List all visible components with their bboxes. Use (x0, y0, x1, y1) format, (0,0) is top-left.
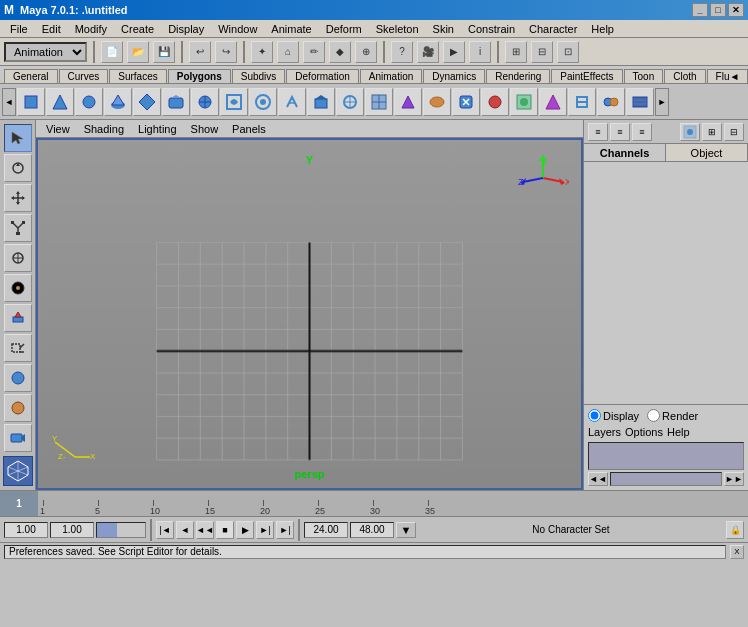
layers-menu-options[interactable]: Options (625, 426, 663, 438)
tb-grid1[interactable]: ⊞ (505, 41, 527, 63)
tb-grid3[interactable]: ⊡ (557, 41, 579, 63)
tb-undo[interactable]: ↩ (189, 41, 211, 63)
tb-save[interactable]: 💾 (153, 41, 175, 63)
rp-tool-2[interactable]: ≡ (610, 123, 630, 141)
pb-play-back[interactable]: ◄◄ (196, 521, 214, 539)
tb-paint[interactable]: ✏ (303, 41, 325, 63)
frame-dropdown[interactable]: ▼ (396, 522, 416, 538)
tool-select[interactable] (4, 124, 32, 152)
shelf-icon-7[interactable] (191, 88, 219, 116)
rp-tool-output[interactable]: ⊟ (724, 123, 744, 141)
rp-tool-3[interactable]: ≡ (632, 123, 652, 141)
tb-render2[interactable]: ▶ (443, 41, 465, 63)
vp-menu-panels[interactable]: Panels (226, 122, 272, 136)
tool-show-manip[interactable] (4, 304, 32, 332)
tb-keyframe[interactable]: ◆ (329, 41, 351, 63)
shelf-icon-10[interactable] (278, 88, 306, 116)
vp-menu-shading[interactable]: Shading (78, 122, 130, 136)
menu-help[interactable]: Help (585, 22, 620, 36)
tool-scale[interactable] (4, 214, 32, 242)
shelf-tab-surfaces[interactable]: Surfaces (109, 69, 166, 83)
menu-constrain[interactable]: Constrain (462, 22, 521, 36)
layers-list[interactable] (588, 442, 744, 470)
minimize-button[interactable]: _ (692, 3, 708, 17)
tool-grid-view[interactable] (4, 364, 32, 392)
vp-menu-lighting[interactable]: Lighting (132, 122, 183, 136)
layers-scroll-right[interactable]: ►► (724, 472, 744, 486)
timeline-ruler[interactable]: 1 15101520253035 (0, 491, 748, 516)
menu-window[interactable]: Window (212, 22, 263, 36)
start-frame-input[interactable] (4, 522, 48, 538)
tool-soft-select[interactable] (4, 274, 32, 302)
shelf-tab-toon[interactable]: Toon (624, 69, 664, 83)
shelf-icon-12[interactable] (336, 88, 364, 116)
shelf-tab-polygons[interactable]: Polygons (168, 69, 231, 83)
shelf-icon-13[interactable] (365, 88, 393, 116)
layers-menu-layers[interactable]: Layers (588, 426, 621, 438)
tab-channels[interactable]: Channels (584, 144, 666, 161)
shelf-icon-6[interactable] (162, 88, 190, 116)
shelf-tab-general[interactable]: General (4, 69, 58, 83)
close-button[interactable]: ✕ (728, 3, 744, 17)
tb-question[interactable]: ? (391, 41, 413, 63)
tool-camera[interactable] (4, 424, 32, 452)
vp-menu-show[interactable]: Show (185, 122, 225, 136)
current-frame-input[interactable] (50, 522, 94, 538)
shelf-tab-subdivs[interactable]: Subdivs (232, 69, 286, 83)
rp-tool-render[interactable] (680, 123, 700, 141)
shelf-icon-8[interactable] (220, 88, 248, 116)
viewport-canvas[interactable]: Y X Y Z persp (36, 138, 583, 490)
frame-slider-thumb[interactable] (97, 523, 117, 537)
shelf-icon-19[interactable] (539, 88, 567, 116)
shelf-icon-4[interactable] (104, 88, 132, 116)
menu-skeleton[interactable]: Skeleton (370, 22, 425, 36)
tb-new[interactable]: 📄 (101, 41, 123, 63)
tb-ipr[interactable]: i (469, 41, 491, 63)
tool-region[interactable] (4, 334, 32, 362)
end-frame-input[interactable] (304, 522, 348, 538)
menu-display[interactable]: Display (162, 22, 210, 36)
menu-skin[interactable]: Skin (427, 22, 460, 36)
shelf-icon-16[interactable] (452, 88, 480, 116)
shelf-tab-fluids[interactable]: Flu◄ (707, 69, 748, 83)
pb-play-fwd[interactable]: ▶ (236, 521, 254, 539)
shelf-icon-18[interactable] (510, 88, 538, 116)
tool-universal[interactable] (4, 244, 32, 272)
menu-animate[interactable]: Animate (265, 22, 317, 36)
shelf-tab-deformation[interactable]: Deformation (286, 69, 358, 83)
layers-menu-help[interactable]: Help (667, 426, 690, 438)
shelf-icon-21[interactable] (597, 88, 625, 116)
tool-move[interactable] (4, 184, 32, 212)
shelf-icon-11[interactable] (307, 88, 335, 116)
shelf-scroll-right[interactable]: ► (655, 88, 669, 116)
shelf-icon-15[interactable] (423, 88, 451, 116)
menu-deform[interactable]: Deform (320, 22, 368, 36)
pb-next-frame[interactable]: ►| (256, 521, 274, 539)
shelf-tab-animation[interactable]: Animation (360, 69, 422, 83)
display-radio[interactable]: Display (588, 409, 639, 422)
tab-object[interactable]: Object (666, 144, 748, 161)
tb-lasso[interactable]: ⌂ (277, 41, 299, 63)
status-close-button[interactable]: X (730, 545, 744, 559)
tb-grid2[interactable]: ⊟ (531, 41, 553, 63)
pb-goto-start[interactable]: |◄ (156, 521, 174, 539)
tb-redo[interactable]: ↪ (215, 41, 237, 63)
shelf-icon-14[interactable] (394, 88, 422, 116)
tool-render[interactable] (4, 394, 32, 422)
layers-scroll-left[interactable]: ◄◄ (588, 472, 608, 486)
shelf-tab-dynamics[interactable]: Dynamics (423, 69, 485, 83)
menu-character[interactable]: Character (523, 22, 583, 36)
menu-modify[interactable]: Modify (69, 22, 113, 36)
view-cube[interactable] (3, 456, 33, 486)
tb-render1[interactable]: 🎥 (417, 41, 439, 63)
shelf-icon-17[interactable] (481, 88, 509, 116)
anim-prefs[interactable]: 🔒 (726, 521, 744, 539)
frame-slider[interactable] (96, 522, 146, 538)
tb-open[interactable]: 📂 (127, 41, 149, 63)
tb-select[interactable]: ✦ (251, 41, 273, 63)
pb-goto-end[interactable]: ►| (276, 521, 294, 539)
shelf-tab-rendering[interactable]: Rendering (486, 69, 550, 83)
rp-tool-input[interactable]: ⊞ (702, 123, 722, 141)
pb-prev-frame[interactable]: ◄ (176, 521, 194, 539)
tool-rotate-select[interactable] (4, 154, 32, 182)
